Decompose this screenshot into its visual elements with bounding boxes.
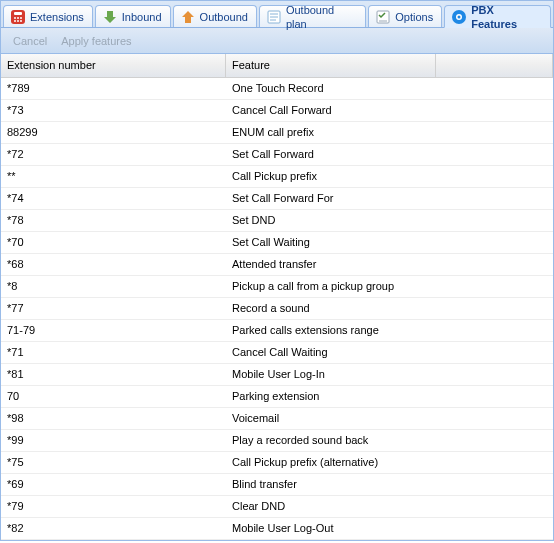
grid-body: *789One Touch Record*73Cancel Call Forwa… — [1, 78, 553, 540]
svg-point-5 — [14, 20, 16, 22]
tab-label: Options — [395, 10, 433, 24]
column-header-extension[interactable]: Extension number — [1, 54, 226, 77]
tab-label: Inbound — [122, 10, 162, 24]
cell-extension: *75 — [1, 452, 226, 473]
cell-feature: One Touch Record — [226, 78, 436, 99]
tab-label: Outbound plan — [286, 3, 357, 31]
svg-rect-1 — [14, 12, 22, 15]
cell-extension: 71-79 — [1, 320, 226, 341]
tab-label: Outbound — [200, 10, 248, 24]
extensions-icon — [10, 9, 26, 25]
table-row[interactable]: *78Set DND — [1, 210, 553, 232]
outbound-plan-icon — [266, 9, 282, 25]
cell-feature: Set Call Forward For — [226, 188, 436, 209]
table-row[interactable]: *71Cancel Call Waiting — [1, 342, 553, 364]
table-row[interactable]: *72Set Call Forward — [1, 144, 553, 166]
cell-feature: Pickup a call from a pickup group — [226, 276, 436, 297]
cell-extension: *71 — [1, 342, 226, 363]
cell-feature: Cancel Call Waiting — [226, 342, 436, 363]
cell-feature: Voicemail — [226, 408, 436, 429]
cell-feature: Set Call Waiting — [226, 232, 436, 253]
svg-point-4 — [20, 17, 22, 19]
cell-extension: *74 — [1, 188, 226, 209]
table-row[interactable]: *8Pickup a call from a pickup group — [1, 276, 553, 298]
cell-feature: Set DND — [226, 210, 436, 231]
table-row[interactable]: *70Set Call Waiting — [1, 232, 553, 254]
grid-header: Extension number Feature — [1, 54, 553, 78]
cell-extension: *99 — [1, 430, 226, 451]
cell-extension: ** — [1, 166, 226, 187]
table-row[interactable]: **Call Pickup prefix — [1, 166, 553, 188]
table-row[interactable]: 71-79Parked calls extensions range — [1, 320, 553, 342]
tab-outbound[interactable]: Outbound — [173, 5, 257, 27]
table-row[interactable]: *789One Touch Record — [1, 78, 553, 100]
outbound-icon — [180, 9, 196, 25]
tab-bar: Extensions Inbound Outbound Outbound pla… — [1, 1, 553, 28]
svg-point-3 — [17, 17, 19, 19]
options-icon — [375, 9, 391, 25]
cell-extension: *82 — [1, 518, 226, 539]
cell-feature: Blind transfer — [226, 474, 436, 495]
cell-feature: Call Pickup prefix — [226, 166, 436, 187]
table-row[interactable]: *77Record a sound — [1, 298, 553, 320]
cell-feature: Parking extension — [226, 386, 436, 407]
table-row[interactable]: *68Attended transfer — [1, 254, 553, 276]
cell-extension: *73 — [1, 100, 226, 121]
cell-feature: Mobile User Log-Out — [226, 518, 436, 539]
table-row[interactable]: 70Parking extension — [1, 386, 553, 408]
cell-extension: *70 — [1, 232, 226, 253]
cell-extension: *78 — [1, 210, 226, 231]
inbound-icon — [102, 9, 118, 25]
table-row[interactable]: *75Call Pickup prefix (alternative) — [1, 452, 553, 474]
cell-extension: *68 — [1, 254, 226, 275]
cell-feature: Call Pickup prefix (alternative) — [226, 452, 436, 473]
svg-point-6 — [17, 20, 19, 22]
cell-extension: *789 — [1, 78, 226, 99]
cell-feature: Record a sound — [226, 298, 436, 319]
apply-features-button[interactable]: Apply features — [55, 33, 137, 49]
cell-extension: 70 — [1, 386, 226, 407]
tab-options[interactable]: Options — [368, 5, 442, 27]
svg-point-7 — [20, 20, 22, 22]
cell-extension: 88299 — [1, 122, 226, 143]
cell-feature: Play a recorded sound back — [226, 430, 436, 451]
table-row[interactable]: *99Play a recorded sound back — [1, 430, 553, 452]
column-header-feature[interactable]: Feature — [226, 54, 436, 77]
cell-extension: *79 — [1, 496, 226, 517]
table-row[interactable]: *81Mobile User Log-In — [1, 364, 553, 386]
cell-feature: ENUM call prefix — [226, 122, 436, 143]
tab-outbound-plan[interactable]: Outbound plan — [259, 5, 366, 27]
cell-feature: Clear DND — [226, 496, 436, 517]
cancel-button[interactable]: Cancel — [7, 33, 53, 49]
cell-feature: Parked calls extensions range — [226, 320, 436, 341]
cell-feature: Cancel Call Forward — [226, 100, 436, 121]
toolbar: Cancel Apply features — [1, 28, 553, 54]
features-grid: Extension number Feature *789One Touch R… — [1, 54, 553, 540]
svg-point-12 — [458, 15, 461, 18]
tab-label: PBX Features — [471, 3, 542, 31]
cell-extension: *81 — [1, 364, 226, 385]
cell-feature: Attended transfer — [226, 254, 436, 275]
tab-extensions[interactable]: Extensions — [3, 5, 93, 27]
cell-extension: *98 — [1, 408, 226, 429]
svg-point-2 — [14, 17, 16, 19]
table-row[interactable]: *74Set Call Forward For — [1, 188, 553, 210]
cell-extension: *72 — [1, 144, 226, 165]
tab-label: Extensions — [30, 10, 84, 24]
cell-extension: *69 — [1, 474, 226, 495]
cell-feature: Set Call Forward — [226, 144, 436, 165]
table-row[interactable]: 88299ENUM call prefix — [1, 122, 553, 144]
tab-pbx-features[interactable]: PBX Features — [444, 5, 551, 28]
pbx-features-icon — [451, 9, 467, 25]
table-row[interactable]: *73Cancel Call Forward — [1, 100, 553, 122]
cell-extension: *77 — [1, 298, 226, 319]
table-row[interactable]: *98Voicemail — [1, 408, 553, 430]
table-row[interactable]: *82Mobile User Log-Out — [1, 518, 553, 540]
table-row[interactable]: *69Blind transfer — [1, 474, 553, 496]
column-header-spacer — [436, 54, 553, 77]
cell-extension: *8 — [1, 276, 226, 297]
table-row[interactable]: *79Clear DND — [1, 496, 553, 518]
cell-feature: Mobile User Log-In — [226, 364, 436, 385]
tab-inbound[interactable]: Inbound — [95, 5, 171, 27]
